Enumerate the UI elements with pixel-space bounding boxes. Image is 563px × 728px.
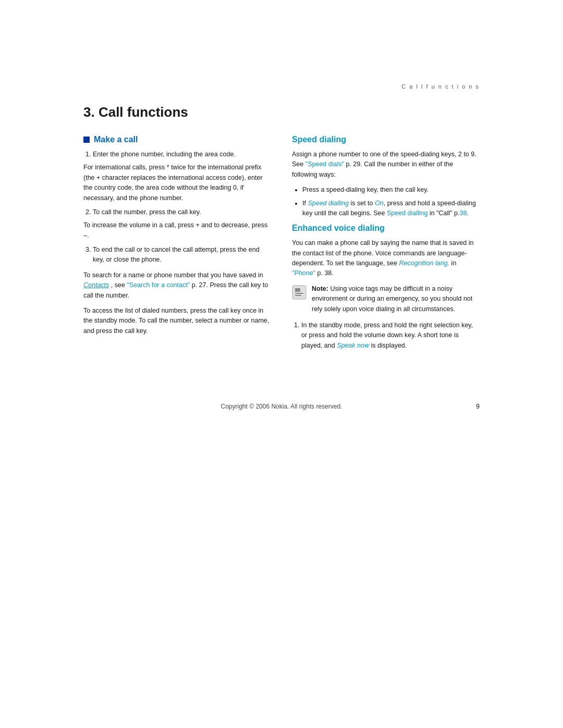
step-1: Enter the phone number, including the ar… xyxy=(93,150,271,203)
make-a-call-steps: Enter the phone number, including the ar… xyxy=(83,150,271,265)
page-number: 9 xyxy=(476,403,480,410)
copyright-text: Copyright © 2006 Nokia. All rights reser… xyxy=(221,403,342,410)
speed-bullet-2: If Speed dialling is set to On, press an… xyxy=(302,199,480,219)
evd-steps: In the standby mode, press and hold the … xyxy=(292,320,480,351)
contacts-para: To search for a name or phone number tha… xyxy=(83,270,271,301)
contacts-link[interactable]: Contacts xyxy=(83,281,109,289)
page-footer: Copyright © 2006 Nokia. All rights reser… xyxy=(83,398,480,410)
note-box: Note: Using voice tags may be difficult … xyxy=(292,284,480,314)
speed-bullet-1: Press a speed-dialing key, then the call… xyxy=(302,185,480,195)
note-text: Note: Using voice tags may be difficult … xyxy=(312,284,480,314)
step-2-sub: To increase the volume in a call, press … xyxy=(83,220,271,241)
svg-rect-3 xyxy=(295,295,301,296)
note-icon xyxy=(292,285,307,300)
step-1-sub: For international calls, press * twice f… xyxy=(83,163,271,203)
speed-dialling-link[interactable]: Speed dialling xyxy=(387,209,428,217)
phone-link[interactable]: "Phone" xyxy=(292,269,315,277)
speed-dialing-heading: Speed dialing xyxy=(292,135,480,144)
chapter-title: 3. Call functions xyxy=(83,104,480,120)
svg-rect-2 xyxy=(295,293,303,294)
dialed-numbers-para: To access the list of dialed numbers, pr… xyxy=(83,306,271,336)
make-a-call-heading: Make a call xyxy=(83,135,271,144)
note-label: Note: xyxy=(312,285,328,292)
svg-rect-1 xyxy=(295,288,300,292)
left-column: Make a call Enter the phone number, incl… xyxy=(83,135,271,341)
evd-step-1: In the standby mode, press and hold the … xyxy=(301,320,480,351)
speak-now-text: Speak now xyxy=(337,342,369,349)
page-header-label: C a l l f u n c t i o n s xyxy=(401,83,480,90)
speed-dials-link[interactable]: "Speed dials" xyxy=(305,161,344,168)
svg-rect-0 xyxy=(292,286,306,299)
speed-dialing-intro: Assign a phone number to one of the spee… xyxy=(292,150,480,180)
step-3: To end the call or to cancel the call at… xyxy=(93,245,271,265)
right-column: Speed dialing Assign a phone number to o… xyxy=(292,135,480,356)
speed-dialing-bullets: Press a speed-dialing key, then the call… xyxy=(292,185,480,218)
search-for-contact-link[interactable]: "Search for a contact" xyxy=(127,281,190,289)
recognition-lang-link[interactable]: Recognition lang. xyxy=(399,260,450,267)
enhanced-voice-intro: You can make a phone call by saying the … xyxy=(292,238,480,279)
speed-dialling-page-link[interactable]: 38 xyxy=(459,209,467,217)
step-2: To call the number, press the call key. … xyxy=(93,207,271,241)
blue-square-icon xyxy=(83,137,90,143)
enhanced-voice-dialing-heading: Enhanced voice dialing xyxy=(292,224,480,233)
